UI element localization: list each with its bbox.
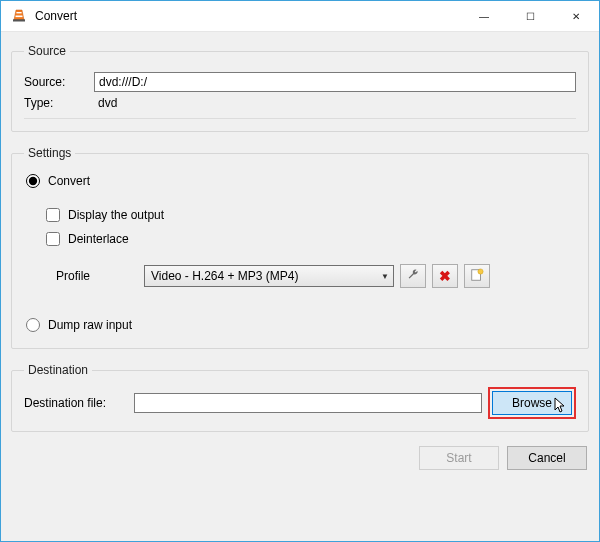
destination-file-input[interactable] [134,393,482,413]
new-profile-button[interactable] [464,264,490,288]
destination-row: Destination file: Browse [24,387,576,419]
type-row: Type: dvd [24,96,576,110]
wrench-icon [406,268,420,285]
settings-group: Settings Convert Display the output Dein… [11,146,589,349]
convert-radio[interactable]: Convert [24,174,576,188]
source-group: Source Source: Type: dvd [11,44,589,132]
maximize-button[interactable]: ☐ [507,1,553,31]
close-button[interactable]: ✕ [553,1,599,31]
source-row: Source: [24,72,576,92]
titlebar: Convert — ☐ ✕ [1,1,599,32]
source-legend: Source [24,44,70,58]
svg-rect-1 [16,16,23,18]
minimize-button[interactable]: — [461,1,507,31]
convert-window: Convert — ☐ ✕ Source Source: Type: dvd S… [0,0,600,542]
chevron-down-icon: ▼ [381,272,389,281]
vlc-icon [11,8,27,24]
profile-label: Profile [24,269,144,283]
convert-radio-label: Convert [48,174,90,188]
source-separator [24,118,576,119]
source-input[interactable] [94,72,576,92]
start-button: Start [419,446,499,470]
dump-radio[interactable]: Dump raw input [24,318,576,332]
dump-radio-input[interactable] [26,318,40,332]
display-output-input[interactable] [46,208,60,222]
settings-legend: Settings [24,146,75,160]
deinterlace-input[interactable] [46,232,60,246]
display-output-label: Display the output [68,208,164,222]
destination-group: Destination Destination file: Browse [11,363,589,432]
destination-legend: Destination [24,363,92,377]
delete-icon: ✖ [439,268,451,284]
browse-button[interactable]: Browse [492,391,572,415]
svg-point-4 [478,268,483,273]
svg-rect-0 [16,12,21,13]
svg-rect-2 [13,19,25,21]
client-area: Source Source: Type: dvd Settings Conver… [1,32,599,541]
dump-radio-label: Dump raw input [48,318,132,332]
deinterlace-checkbox[interactable]: Deinterlace [46,232,576,246]
profile-combobox[interactable]: Video - H.264 + MP3 (MP4) ▼ [144,265,394,287]
type-label: Type: [24,96,94,110]
profile-value: Video - H.264 + MP3 (MP4) [151,269,299,283]
window-controls: — ☐ ✕ [461,1,599,31]
edit-profile-button[interactable] [400,264,426,288]
delete-profile-button[interactable]: ✖ [432,264,458,288]
deinterlace-label: Deinterlace [68,232,129,246]
dialog-buttons: Start Cancel [11,440,589,472]
profile-row: Profile Video - H.264 + MP3 (MP4) ▼ ✖ [24,264,576,288]
convert-radio-input[interactable] [26,174,40,188]
window-title: Convert [35,9,461,23]
cancel-button[interactable]: Cancel [507,446,587,470]
new-profile-icon [470,268,484,285]
browse-highlight: Browse [488,387,576,419]
type-value: dvd [94,96,117,110]
destination-file-label: Destination file: [24,396,134,410]
source-label: Source: [24,75,94,89]
display-output-checkbox[interactable]: Display the output [46,208,576,222]
